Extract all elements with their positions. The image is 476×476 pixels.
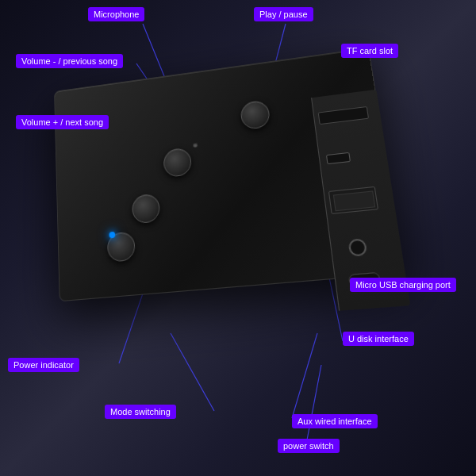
volume-minus-button[interactable] [163, 148, 192, 178]
volume-plus-button[interactable] [132, 193, 161, 224]
label-play-pause: Play / pause [254, 7, 313, 21]
label-power-switch: power switch [278, 439, 340, 453]
micro-usb-port[interactable] [326, 152, 351, 164]
label-power-indicator: Power indicator [8, 358, 79, 372]
label-vol-plus: Volume + / next song [16, 115, 109, 129]
play-pause-button[interactable] [240, 100, 271, 131]
label-aux: Aux wired interface [292, 414, 378, 428]
label-mode-switching: Mode switching [105, 405, 176, 419]
usb-disk-port[interactable] [328, 186, 378, 214]
aux-port[interactable] [347, 238, 367, 257]
microphone-element [193, 143, 198, 148]
label-u-disk: U disk interface [343, 332, 414, 346]
label-micro-usb: Micro USB charging port [350, 278, 456, 292]
usb-disk-inner [333, 190, 375, 211]
device-body [54, 48, 405, 301]
label-tf-card: TF card slot [341, 44, 398, 58]
label-vol-minus: Volume - / previous song [16, 54, 123, 68]
tf-card-slot[interactable] [318, 106, 369, 125]
label-microphone: Microphone [88, 7, 144, 21]
